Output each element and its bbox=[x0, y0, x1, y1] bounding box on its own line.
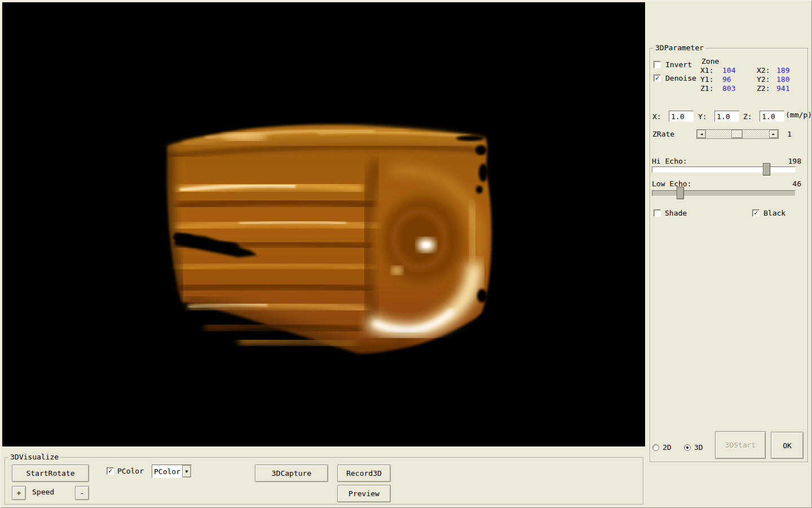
start3d-button[interactable]: 3DStart bbox=[715, 431, 766, 459]
application-window: 3DParameter Invert ✓ Denoise Zone X1: 10… bbox=[0, 0, 812, 508]
hi-echo-slider-thumb[interactable] bbox=[763, 163, 770, 176]
zone-y2-value: 180 bbox=[776, 75, 789, 84]
zrate-scrollbar[interactable]: ◄ ► bbox=[696, 129, 779, 139]
chevron-down-icon: ▼ bbox=[186, 469, 188, 474]
zone-y2-label: Y2: bbox=[757, 75, 770, 84]
hi-echo-value: 198 bbox=[779, 157, 801, 165]
zone-y1-value: 96 bbox=[722, 75, 731, 84]
black-label: Black bbox=[764, 209, 785, 217]
mode-2d-label: 2D bbox=[663, 443, 672, 452]
scale-z-label: Z: bbox=[743, 112, 752, 121]
low-echo-label: Low Echo: bbox=[652, 179, 691, 188]
invert-label: Invert bbox=[665, 60, 692, 69]
shade-label: Shade bbox=[665, 209, 687, 217]
volume-render-3d bbox=[2, 2, 645, 446]
scale-unit-label: (mm/p) bbox=[785, 111, 812, 119]
scale-x-label: X: bbox=[652, 112, 661, 121]
low-echo-slider[interactable] bbox=[652, 190, 796, 196]
visualize-groupbox: 3DVisualize StartRotate ✓ PColor PColor … bbox=[5, 457, 643, 505]
pcolor-select-value: PColor bbox=[152, 467, 182, 476]
param-groupbox: 3DParameter Invert ✓ Denoise Zone X1: 10… bbox=[650, 48, 808, 462]
param-groupbox-title: 3DParameter bbox=[654, 43, 705, 52]
invert-checkbox[interactable] bbox=[654, 61, 661, 68]
zone-x1-label: X1: bbox=[700, 66, 713, 75]
denoise-checkbox[interactable]: ✓ bbox=[654, 75, 661, 82]
hi-echo-slider[interactable] bbox=[652, 167, 796, 173]
scroll-right-icon: ► bbox=[773, 132, 775, 137]
denoise-label: Denoise bbox=[665, 74, 696, 82]
pcolor-select[interactable]: PColor ▼ bbox=[152, 465, 192, 478]
hi-echo-label: Hi Echo: bbox=[652, 157, 687, 165]
zone-x2-label: X2: bbox=[757, 66, 770, 75]
record3d-button[interactable]: Record3D bbox=[337, 465, 391, 482]
zone-z1-label: Z1: bbox=[700, 84, 713, 93]
zone-x2-value: 189 bbox=[776, 66, 789, 75]
render-viewport[interactable] bbox=[2, 2, 645, 446]
black-checkbox[interactable]: ✓ bbox=[752, 209, 760, 217]
ok-button[interactable]: OK bbox=[771, 432, 804, 459]
mode-3d-label: 3D bbox=[694, 443, 703, 452]
low-echo-value: 46 bbox=[779, 179, 801, 188]
scale-y-input[interactable] bbox=[714, 111, 739, 122]
mode-3d-radio[interactable] bbox=[684, 444, 691, 451]
zone-z1-value: 803 bbox=[722, 84, 735, 93]
speed-label: Speed bbox=[32, 488, 54, 496]
visualize-groupbox-title: 3DVisualize bbox=[8, 453, 60, 461]
pcolor-label: PColor bbox=[117, 467, 144, 475]
zrate-value: 1 bbox=[787, 130, 792, 138]
preview-button[interactable]: Preview bbox=[337, 485, 391, 502]
zone-y1-label: Y1: bbox=[700, 75, 713, 84]
zrate-scroll-left-button[interactable]: ◄ bbox=[697, 130, 706, 138]
mode-2d-radio[interactable] bbox=[652, 444, 659, 451]
low-echo-slider-thumb[interactable] bbox=[677, 187, 684, 199]
speed-plus-button[interactable]: + bbox=[12, 486, 26, 500]
zrate-scroll-thumb[interactable] bbox=[731, 130, 743, 138]
scale-y-label: Y: bbox=[698, 112, 707, 121]
zone-title: Zone bbox=[701, 57, 719, 65]
start-rotate-button[interactable]: StartRotate bbox=[12, 465, 89, 482]
scale-x-input[interactable] bbox=[669, 111, 694, 122]
speed-minus-button[interactable]: - bbox=[75, 486, 89, 500]
capture3d-button[interactable]: 3DCapture bbox=[255, 465, 328, 482]
check-icon: ✓ bbox=[754, 210, 758, 216]
zone-z2-value: 941 bbox=[776, 84, 789, 93]
scroll-left-icon: ◄ bbox=[700, 132, 703, 137]
zrate-label: ZRate bbox=[652, 130, 674, 138]
check-icon: ✓ bbox=[655, 75, 659, 81]
zrate-scroll-right-button[interactable]: ► bbox=[769, 130, 778, 138]
scale-z-input[interactable] bbox=[760, 111, 784, 122]
check-icon: ✓ bbox=[108, 468, 112, 474]
pcolor-select-button[interactable]: ▼ bbox=[182, 465, 191, 478]
pcolor-checkbox[interactable]: ✓ bbox=[107, 467, 114, 475]
zone-x1-value: 104 bbox=[722, 66, 735, 75]
zone-z2-label: Z2: bbox=[757, 84, 770, 93]
shade-checkbox[interactable] bbox=[654, 209, 661, 217]
